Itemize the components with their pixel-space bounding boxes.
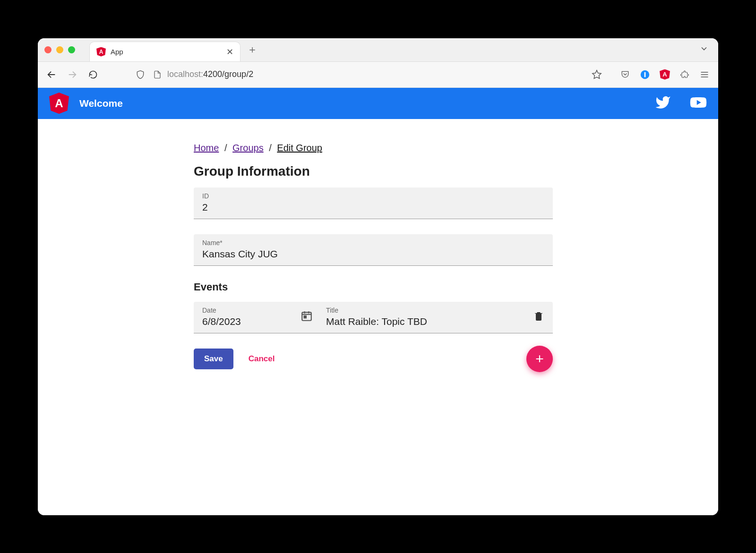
svg-rect-4 bbox=[644, 72, 646, 77]
breadcrumb-separator: / bbox=[269, 143, 272, 153]
shield-icon[interactable] bbox=[135, 69, 146, 80]
plus-icon: + bbox=[535, 351, 544, 367]
calendar-icon[interactable] bbox=[301, 310, 313, 324]
breadcrumb-current: Edit Group bbox=[277, 143, 322, 153]
onepassword-icon[interactable] bbox=[640, 69, 650, 80]
window-controls bbox=[44, 46, 75, 53]
name-field[interactable]: Name* bbox=[194, 234, 553, 266]
angular-favicon-icon: A bbox=[96, 47, 106, 57]
id-label: ID bbox=[202, 192, 544, 200]
event-date-label: Date bbox=[202, 306, 287, 314]
app-title: Welcome bbox=[79, 98, 123, 109]
youtube-icon[interactable] bbox=[690, 94, 707, 113]
page-title: Group Information bbox=[194, 164, 553, 179]
angular-logo-icon bbox=[49, 93, 69, 114]
events-heading: Events bbox=[194, 281, 553, 293]
delete-event-icon[interactable] bbox=[533, 310, 544, 323]
cancel-button[interactable]: Cancel bbox=[238, 349, 285, 369]
form-actions: Save Cancel + bbox=[194, 349, 553, 369]
event-title-value[interactable]: Matt Raible: Topic TBD bbox=[326, 316, 520, 327]
browser-window: A App ✕ ＋ bbox=[38, 38, 718, 515]
maximize-window-button[interactable] bbox=[68, 46, 75, 53]
svg-marker-2 bbox=[593, 70, 601, 78]
tabs-dropdown-icon[interactable] bbox=[699, 44, 709, 55]
event-row: Date 6/8/2023 Title Matt Raible: Topic T… bbox=[194, 302, 553, 333]
minimize-window-button[interactable] bbox=[56, 46, 63, 53]
twitter-icon[interactable] bbox=[655, 94, 671, 112]
close-tab-icon[interactable]: ✕ bbox=[226, 47, 233, 57]
tab-title: App bbox=[111, 48, 222, 56]
breadcrumb-groups[interactable]: Groups bbox=[232, 143, 264, 153]
browser-toolbar: localhost:4200/group/2 A bbox=[38, 62, 718, 88]
extensions-icon[interactable] bbox=[679, 69, 690, 80]
save-button[interactable]: Save bbox=[194, 349, 233, 369]
name-label: Name* bbox=[202, 239, 544, 247]
app-header: Welcome bbox=[38, 88, 718, 119]
titlebar: A App ✕ ＋ bbox=[38, 38, 718, 62]
nav-controls bbox=[46, 69, 98, 80]
angular-extension-icon[interactable]: A bbox=[660, 69, 670, 80]
address-bar[interactable]: localhost:4200/group/2 bbox=[135, 69, 602, 80]
id-value: 2 bbox=[202, 202, 544, 213]
close-window-button[interactable] bbox=[44, 46, 52, 53]
reload-button[interactable] bbox=[88, 69, 98, 80]
add-event-fab[interactable]: + bbox=[526, 346, 553, 372]
new-tab-button[interactable]: ＋ bbox=[247, 43, 258, 57]
breadcrumb: Home / Groups / Edit Group bbox=[194, 143, 553, 153]
id-field: ID 2 bbox=[194, 187, 553, 219]
breadcrumb-separator: / bbox=[224, 143, 227, 153]
toolbar-right: A bbox=[620, 69, 710, 80]
page-content: Home / Groups / Edit Group Group Informa… bbox=[38, 119, 718, 515]
name-input[interactable] bbox=[202, 248, 544, 260]
back-button[interactable] bbox=[46, 69, 57, 80]
page-info-icon[interactable] bbox=[152, 69, 163, 80]
hamburger-menu-icon[interactable] bbox=[699, 69, 710, 80]
url-text: localhost:4200/group/2 bbox=[167, 69, 592, 79]
pocket-icon[interactable] bbox=[620, 69, 630, 80]
browser-tab[interactable]: A App ✕ bbox=[89, 42, 241, 61]
breadcrumb-home[interactable]: Home bbox=[194, 143, 219, 153]
svg-rect-12 bbox=[304, 316, 306, 318]
event-title-label: Title bbox=[326, 306, 520, 314]
event-date-value[interactable]: 6/8/2023 bbox=[202, 316, 287, 327]
forward-button[interactable] bbox=[67, 69, 77, 80]
bookmark-star-icon[interactable] bbox=[592, 69, 602, 80]
